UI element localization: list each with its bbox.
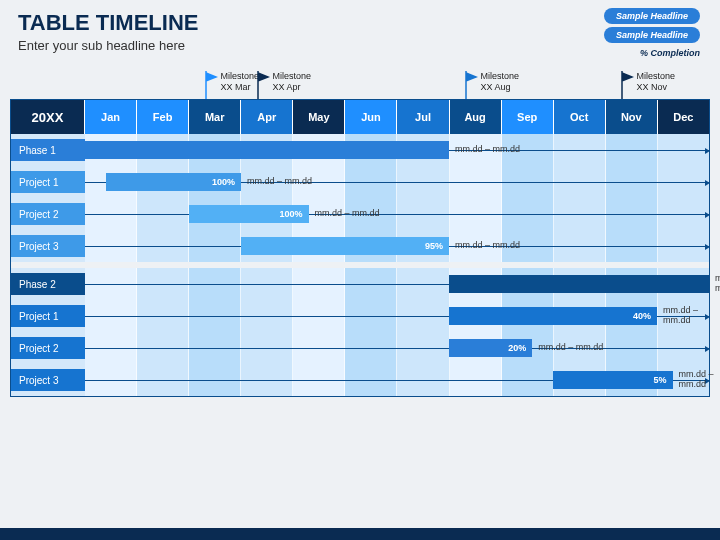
- date-range-label: mm.dd –mm.dd: [663, 306, 698, 326]
- milestone-flag: MilestoneXX Mar: [204, 71, 260, 99]
- month-header: May: [293, 100, 345, 134]
- sample-badge[interactable]: Sample Headline: [604, 27, 700, 43]
- date-range-label: mm.dd – mm.dd: [455, 145, 520, 155]
- table-row: Project 2100%mm.dd – mm.dd: [11, 198, 709, 230]
- footer-bar: [0, 528, 720, 540]
- date-range-label: mm.dd – mm.dd: [455, 241, 520, 251]
- timeline-grid: 20XX JanFebMarAprMayJunJulAugSepOctNovDe…: [10, 99, 710, 397]
- row-label: Project 3: [11, 369, 85, 391]
- month-header: Nov: [606, 100, 658, 134]
- gantt-bar[interactable]: 20%: [449, 339, 532, 357]
- flag-icon: [464, 71, 478, 99]
- row-label: Project 1: [11, 171, 85, 193]
- date-range-label: mm.dd –mm.dd: [679, 370, 714, 390]
- table-row: Project 140%mm.dd –mm.dd: [11, 300, 709, 332]
- date-range-label: mm.dd –mm.dd: [715, 274, 720, 294]
- month-header: Oct: [554, 100, 606, 134]
- milestone-flag: MilestoneXX Aug: [464, 71, 520, 99]
- date-range-label: mm.dd – mm.dd: [247, 177, 312, 187]
- table-row: Project 35%mm.dd –mm.dd: [11, 364, 709, 396]
- row-label: Phase 1: [11, 139, 85, 161]
- gantt-bar[interactable]: 40%: [449, 307, 657, 325]
- header-row: 20XX JanFebMarAprMayJunJulAugSepOctNovDe…: [11, 100, 709, 134]
- badge-group: Sample Headline Sample Headline % Comple…: [604, 8, 700, 58]
- gantt-bar[interactable]: 100%: [189, 205, 309, 223]
- table-row: Project 1100%mm.dd – mm.dd: [11, 166, 709, 198]
- page-title: TABLE TIMELINE: [18, 10, 702, 36]
- month-header: Feb: [137, 100, 189, 134]
- flag-icon: [620, 71, 634, 99]
- gantt-bar[interactable]: 95%: [241, 237, 449, 255]
- flag-icon: [256, 71, 270, 99]
- row-label: Project 2: [11, 203, 85, 225]
- row-label: Phase 2: [11, 273, 85, 295]
- milestone-track: MilestoneXX MarMilestoneXX AprMilestoneX…: [10, 57, 710, 99]
- sample-badge[interactable]: Sample Headline: [604, 8, 700, 24]
- month-header: Jan: [85, 100, 137, 134]
- month-header: Aug: [450, 100, 502, 134]
- gantt-bar[interactable]: [85, 141, 449, 159]
- month-header: Sep: [502, 100, 554, 134]
- gantt-bar[interactable]: 100%: [106, 173, 241, 191]
- table-row: Phase 1mm.dd – mm.dd: [11, 134, 709, 166]
- date-range-label: mm.dd – mm.dd: [315, 209, 380, 219]
- month-header: Dec: [658, 100, 709, 134]
- milestone-flag: MilestoneXX Nov: [620, 71, 676, 99]
- row-label: Project 2: [11, 337, 85, 359]
- table-row: Phase 2mm.dd –mm.dd: [11, 268, 709, 300]
- month-header: Jun: [345, 100, 397, 134]
- row-label: Project 1: [11, 305, 85, 327]
- gantt-rows: Phase 1mm.dd – mm.ddProject 1100%mm.dd –…: [11, 134, 709, 396]
- gantt-bar[interactable]: [449, 275, 709, 293]
- year-cell: 20XX: [11, 100, 85, 134]
- flag-icon: [204, 71, 218, 99]
- table-row: Project 220%mm.dd – mm.dd: [11, 332, 709, 364]
- gantt-bar[interactable]: 5%: [553, 371, 673, 389]
- month-header: Jul: [397, 100, 449, 134]
- page-subtitle[interactable]: Enter your sub headline here: [18, 38, 702, 53]
- table-row: Project 395%mm.dd – mm.dd: [11, 230, 709, 262]
- row-label: Project 3: [11, 235, 85, 257]
- date-range-label: mm.dd – mm.dd: [538, 343, 603, 353]
- month-header: Mar: [189, 100, 241, 134]
- month-header: Apr: [241, 100, 293, 134]
- milestone-flag: MilestoneXX Apr: [256, 71, 312, 99]
